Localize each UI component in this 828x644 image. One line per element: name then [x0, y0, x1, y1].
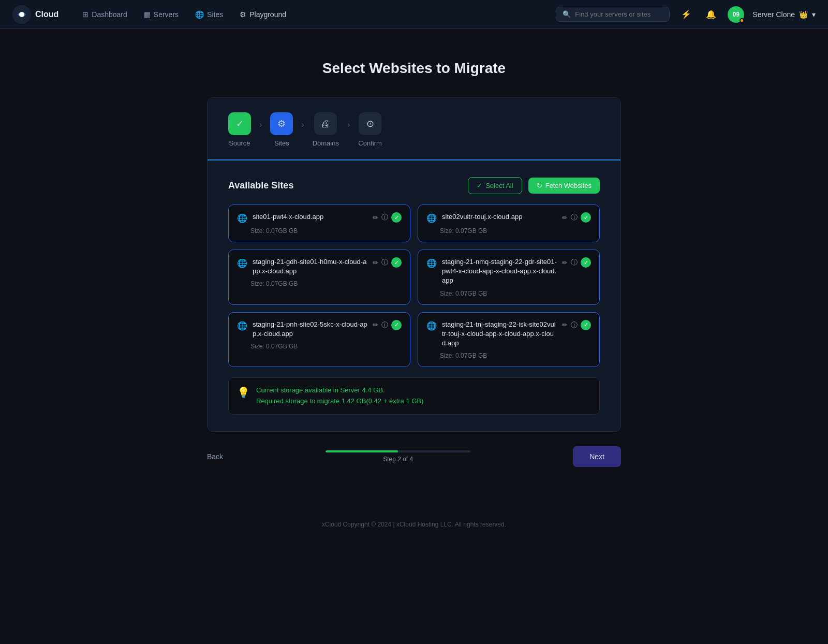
site-selected-check[interactable]: ✓: [581, 257, 591, 268]
notifications-icon[interactable]: 🔔: [703, 6, 719, 23]
storage-line1: Current storage available in Server 4.4 …: [256, 385, 423, 396]
wizard-footer: Back Step 2 of 4 Next: [207, 432, 621, 467]
site-size: Size: 0.07GB GB: [426, 352, 591, 359]
edit-icon[interactable]: ✏: [373, 321, 378, 329]
refresh-icon: ↻: [537, 182, 542, 189]
site-card[interactable]: 🌐 site02vultr-touj.x-cloud.app ✏ ⓘ ✓ Siz…: [418, 204, 600, 242]
site-selected-check[interactable]: ✓: [581, 212, 591, 223]
next-button[interactable]: Next: [573, 446, 621, 467]
section-header: Available Sites ✓ Select All ↻ Fetch Web…: [228, 177, 600, 194]
step-confirm[interactable]: ⊙ Confirm: [358, 112, 382, 147]
step-arrow-1: ›: [259, 120, 262, 129]
dashboard-icon: ⊞: [82, 10, 88, 19]
sites-grid: 🌐 site01-pwt4.x-cloud.app ✏ ⓘ ✓ Size: 0.…: [228, 204, 600, 367]
search-box[interactable]: 🔍: [556, 7, 670, 22]
step-sites[interactable]: ⚙ Sites: [270, 112, 293, 147]
crown-icon: 👑: [799, 10, 808, 19]
select-all-button[interactable]: ✓ Select All: [468, 177, 522, 194]
site-actions: ✏ ⓘ ✓: [562, 212, 591, 223]
info-icon[interactable]: ⓘ: [571, 258, 578, 267]
site-size: Size: 0.07GB GB: [426, 290, 591, 297]
info-icon[interactable]: ⓘ: [381, 213, 388, 222]
page-title: Select Websites to Migrate: [322, 60, 506, 77]
step-domains[interactable]: 🖨 Domains: [313, 112, 339, 147]
progress-bar-track: [326, 450, 470, 452]
info-icon[interactable]: ⓘ: [381, 320, 388, 330]
site-card[interactable]: 🌐 site01-pwt4.x-cloud.app ✏ ⓘ ✓ Size: 0.…: [228, 204, 410, 242]
info-icon[interactable]: ⓘ: [571, 213, 578, 222]
site-card-header: 🌐 staging-21-tnj-staging-22-isk-site02vu…: [426, 320, 591, 348]
site-name: staging-21-pnh-site02-5skc-x-cloud-app.x…: [253, 320, 367, 339]
step-confirm-icon: ⊙: [359, 112, 381, 135]
logo-icon: [12, 5, 31, 24]
site-card-header: 🌐 site01-pwt4.x-cloud.app ✏ ⓘ ✓: [237, 212, 402, 223]
edit-icon[interactable]: ✏: [562, 259, 568, 267]
wizard-body: Available Sites ✓ Select All ↻ Fetch Web…: [208, 160, 620, 431]
site-size: Size: 0.07GB GB: [237, 343, 402, 350]
edit-icon[interactable]: ✏: [562, 321, 568, 329]
step-arrow-2: ›: [301, 120, 304, 129]
edit-icon[interactable]: ✏: [373, 259, 378, 267]
globe-icon: 🌐: [237, 321, 247, 331]
nav-playground[interactable]: ⚙ Playground: [232, 6, 293, 23]
fetch-websites-button[interactable]: ↻ Fetch Websites: [528, 178, 600, 194]
search-input[interactable]: [575, 10, 663, 18]
info-icon[interactable]: ⓘ: [571, 320, 578, 330]
main-content: Select Websites to Migrate ✓ Source › ⚙ …: [0, 29, 828, 561]
back-button[interactable]: Back: [207, 447, 223, 466]
site-card[interactable]: 🌐 staging-21-tnj-staging-22-isk-site02vu…: [418, 312, 600, 368]
site-actions: ✏ ⓘ ✓: [373, 320, 402, 330]
edit-icon[interactable]: ✏: [373, 214, 378, 222]
stepper: ✓ Source › ⚙ Sites › 🖨 Domains › ⊙ Confi…: [208, 98, 620, 160]
avatar-status-dot: [740, 18, 744, 23]
globe-icon: 🌐: [426, 321, 437, 331]
step-source[interactable]: ✓ Source: [228, 112, 251, 147]
search-icon: 🔍: [563, 10, 571, 18]
globe-icon: 🌐: [426, 213, 437, 223]
step-source-label: Source: [229, 139, 250, 147]
step-domains-icon: 🖨: [314, 112, 337, 135]
logo-text: Cloud: [35, 10, 58, 19]
site-card-header: 🌐 staging-21-nmq-staging-22-gdr-site01-p…: [426, 257, 591, 286]
step-sites-icon: ⚙: [270, 112, 293, 135]
step-confirm-label: Confirm: [358, 139, 382, 147]
globe-icon: 🌐: [237, 258, 247, 268]
wizard-card: ✓ Source › ⚙ Sites › 🖨 Domains › ⊙ Confi…: [207, 97, 621, 432]
section-title: Available Sites: [228, 180, 293, 191]
site-actions: ✏ ⓘ ✓: [562, 257, 591, 268]
step-sites-label: Sites: [274, 139, 289, 147]
edit-icon[interactable]: ✏: [562, 214, 568, 222]
nav-sites[interactable]: 🌐 Sites: [188, 6, 230, 23]
nav-dashboard[interactable]: ⊞ Dashboard: [75, 6, 135, 23]
site-name: staging-21-tnj-staging-22-isk-site02vult…: [442, 320, 557, 348]
site-selected-check[interactable]: ✓: [391, 212, 402, 223]
user-menu[interactable]: Server Clone 👑 ▾: [752, 10, 816, 19]
storage-info: 💡 Current storage available in Server 4.…: [228, 377, 600, 415]
check-icon: ✓: [477, 182, 482, 189]
nav-links: ⊞ Dashboard ▦ Servers 🌐 Sites ⚙ Playgrou…: [75, 6, 556, 23]
site-selected-check[interactable]: ✓: [581, 320, 591, 330]
site-actions: ✏ ⓘ ✓: [373, 212, 402, 223]
step-source-icon: ✓: [228, 112, 251, 135]
site-name: staging-21-gdh-site01-h0mu-x-cloud-app.x…: [253, 257, 367, 276]
site-size: Size: 0.07GB GB: [426, 227, 591, 235]
activity-icon[interactable]: ⚡: [678, 6, 694, 23]
site-card[interactable]: 🌐 staging-21-nmq-staging-22-gdr-site01-p…: [418, 250, 600, 305]
info-icon[interactable]: ⓘ: [381, 258, 388, 267]
sites-icon: 🌐: [195, 10, 204, 19]
site-name: site01-pwt4.x-cloud.app: [253, 212, 367, 222]
logo[interactable]: Cloud: [12, 5, 58, 24]
site-actions: ✏ ⓘ ✓: [373, 257, 402, 268]
avatar[interactable]: 09: [728, 6, 744, 23]
site-selected-check[interactable]: ✓: [391, 320, 402, 330]
nav-servers[interactable]: ▦ Servers: [137, 6, 186, 23]
storage-line2: Required storage to migrate 1.42 GB(0.42…: [256, 396, 423, 407]
site-selected-check[interactable]: ✓: [391, 257, 402, 268]
globe-icon: 🌐: [237, 213, 247, 223]
site-card[interactable]: 🌐 staging-21-pnh-site02-5skc-x-cloud-app…: [228, 312, 410, 368]
svg-point-1: [19, 12, 24, 17]
site-size: Size: 0.07GB GB: [237, 227, 402, 235]
site-card[interactable]: 🌐 staging-21-gdh-site01-h0mu-x-cloud-app…: [228, 250, 410, 305]
site-card-header: 🌐 site02vultr-touj.x-cloud.app ✏ ⓘ ✓: [426, 212, 591, 223]
header-actions: ✓ Select All ↻ Fetch Websites: [468, 177, 600, 194]
